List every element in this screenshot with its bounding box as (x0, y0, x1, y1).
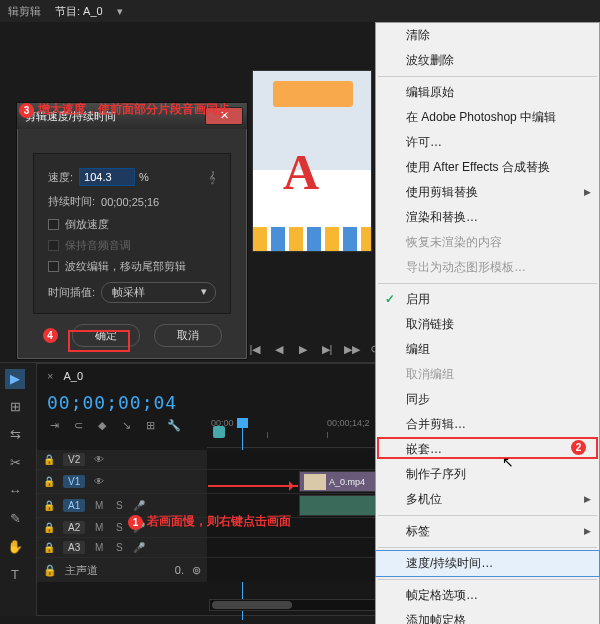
callout-4-badge: 4 (43, 328, 58, 343)
pitch-checkbox: 保持音频音调 (48, 238, 216, 253)
insert-icon[interactable]: ↘ (119, 419, 133, 432)
lock-icon[interactable]: 🔒 (43, 476, 55, 487)
clip-context-menu: 清除波纹删除编辑原始在 Adobe Photoshop 中编辑许可…使用 Aft… (375, 22, 600, 624)
mic-icon[interactable]: 🎤 (133, 542, 145, 553)
ctx-item[interactable]: 取消链接 (376, 312, 599, 337)
interp-select[interactable]: 帧采样 (101, 282, 216, 303)
lock-icon[interactable]: 🔒 (43, 500, 55, 511)
play-icon[interactable]: ▶ (296, 343, 310, 356)
duration-label: 持续时间: (48, 194, 95, 209)
ctx-item[interactable]: 使用 After Effects 合成替换 (376, 155, 599, 180)
ctx-item[interactable]: 编组 (376, 337, 599, 362)
program-monitor: A (252, 70, 372, 252)
marker-icon[interactable]: ◆ (95, 419, 109, 432)
ctx-item[interactable]: 启用 (376, 287, 599, 312)
razor-tool[interactable]: ✂ (5, 453, 25, 473)
ctx-item: 导出为动态图形模板… (376, 255, 599, 280)
ctx-item[interactable]: 在 Adobe Photoshop 中编辑 (376, 105, 599, 130)
callout-2: 2 (571, 440, 590, 455)
ctx-item[interactable]: 使用剪辑替换 (376, 180, 599, 205)
ctx-item[interactable]: 同步 (376, 387, 599, 412)
ripple-checkbox[interactable]: 波纹编辑，移动尾部剪辑 (48, 259, 216, 274)
ctx-item[interactable]: 标签 (376, 519, 599, 544)
ctx-item: 恢复未渲染的内容 (376, 230, 599, 255)
hand-tool[interactable]: ✋ (5, 537, 25, 557)
program-tab[interactable]: 节目: A_0 (55, 4, 103, 19)
speed-duration-dialog: 剪辑速度/持续时间 ✕ 3增大速度，使前面部分片段音画同步 速度: % 𝄞 持续… (16, 102, 248, 360)
next-icon[interactable]: ▶▶ (344, 343, 358, 356)
link-icon[interactable]: ⊂ (71, 419, 85, 432)
prev-icon[interactable]: |◀ (248, 343, 262, 356)
ok-button[interactable]: 确定 (72, 324, 140, 347)
ctx-item[interactable]: 制作子序列 (376, 462, 599, 487)
ctx-item[interactable]: 嵌套… (376, 437, 599, 462)
overwrite-icon[interactable]: ⊞ (143, 419, 157, 432)
step-back-icon[interactable]: ◀ (272, 343, 286, 356)
sequence-tab[interactable]: A_0 (63, 370, 83, 382)
pen-tool[interactable]: ✎ (5, 509, 25, 529)
selection-tool[interactable]: ▶ (5, 369, 25, 389)
pan-icon[interactable]: ⊚ (192, 564, 201, 577)
eye-icon[interactable]: 👁 (93, 476, 105, 487)
ruler-label-1: 00;00;14;2 (327, 418, 370, 428)
speed-input[interactable] (79, 168, 135, 186)
slip-tool[interactable]: ↔ (5, 481, 25, 501)
close-seq-icon[interactable]: × (47, 370, 53, 382)
track-a2-label[interactable]: A2 (63, 521, 85, 534)
ctx-item[interactable]: 帧定格选项… (376, 583, 599, 608)
callout-1-arrow (208, 485, 298, 487)
panel-tab[interactable]: 辑剪辑 (8, 4, 41, 19)
mute-icon[interactable]: M (93, 542, 105, 553)
type-tool[interactable]: T (5, 565, 25, 585)
master-val: 0. (175, 564, 184, 576)
track-select-tool[interactable]: ⊞ (5, 397, 25, 417)
lock-icon[interactable]: 🔒 (43, 542, 55, 553)
lock-icon[interactable]: 🔒 (43, 454, 55, 465)
ctx-item: 取消编组 (376, 362, 599, 387)
mic-icon[interactable]: 🎤 (133, 500, 145, 511)
solo-icon[interactable]: S (113, 542, 125, 553)
lock-icon[interactable]: 🔒 (43, 564, 57, 577)
callout-3: 3增大速度，使前面部分片段音画同步 (19, 101, 230, 118)
ctx-item[interactable]: 合并剪辑… (376, 412, 599, 437)
snap-icon[interactable]: ⇥ (47, 419, 61, 432)
cancel-button[interactable]: 取消 (154, 324, 222, 347)
interp-label: 时间插值: (48, 285, 95, 300)
mute-icon[interactable]: M (93, 522, 105, 533)
preview-letter: A (283, 143, 319, 201)
track-a1-label[interactable]: A1 (63, 499, 85, 512)
in-marker[interactable] (213, 426, 225, 438)
speed-label: 速度: (48, 170, 73, 185)
wrench-icon[interactable]: 🔧 (167, 419, 181, 432)
reverse-checkbox[interactable]: 倒放速度 (48, 217, 216, 232)
solo-icon[interactable]: S (113, 500, 125, 511)
solo-icon[interactable]: S (113, 522, 125, 533)
scrollbar-thumb[interactable] (212, 601, 292, 609)
master-label: 主声道 (65, 563, 98, 578)
clip-label: A_0.mp4 (329, 477, 365, 487)
ctx-item[interactable]: 编辑原始 (376, 80, 599, 105)
ctx-item[interactable]: 速度/持续时间… (375, 550, 600, 577)
callout-1: 1若画面慢，则右键点击画面 (128, 513, 291, 530)
cursor-icon: ↖ (502, 454, 514, 470)
ctx-item[interactable]: 清除 (376, 23, 599, 48)
ripple-tool[interactable]: ⇆ (5, 425, 25, 445)
ctx-item[interactable]: 渲染和替换… (376, 205, 599, 230)
link-icon[interactable]: 𝄞 (209, 171, 216, 184)
mute-icon[interactable]: M (93, 500, 105, 511)
speed-unit: % (139, 171, 149, 183)
track-v1-label[interactable]: V1 (63, 475, 85, 488)
preview-band (253, 227, 371, 251)
ctx-item[interactable]: 添加帧定格 (376, 608, 599, 624)
ctx-item[interactable]: 多机位 (376, 487, 599, 512)
duration-value[interactable]: 00;00;25;16 (101, 196, 159, 208)
eye-icon[interactable]: 👁 (93, 454, 105, 465)
lock-icon[interactable]: 🔒 (43, 522, 55, 533)
ctx-item[interactable]: 波纹删除 (376, 48, 599, 73)
track-v2-label[interactable]: V2 (63, 453, 85, 466)
ctx-item[interactable]: 许可… (376, 130, 599, 155)
clip-thumb (304, 474, 326, 490)
track-a3-label[interactable]: A3 (63, 541, 85, 554)
step-fwd-icon[interactable]: ▶| (320, 343, 334, 356)
program-menu-icon[interactable]: ▾ (117, 5, 123, 18)
